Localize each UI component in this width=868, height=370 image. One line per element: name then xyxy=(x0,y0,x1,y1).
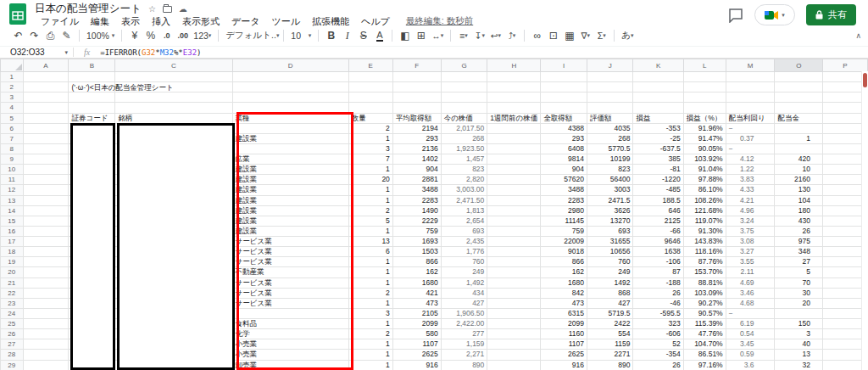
cell[interactable] xyxy=(392,82,441,92)
cell[interactable]: 3.75 xyxy=(726,226,775,236)
cell[interactable]: 104 xyxy=(775,195,823,205)
cell[interactable]: 1638 xyxy=(633,247,683,257)
cell[interactable] xyxy=(633,92,683,103)
cell[interactable]: 91.04% xyxy=(683,165,726,175)
cell[interactable]: -637.5 xyxy=(633,143,683,154)
cell[interactable] xyxy=(487,72,541,82)
cell[interactable]: 180 xyxy=(775,205,823,216)
cell[interactable]: -353 xyxy=(633,123,683,133)
cell[interactable]: 1,776 xyxy=(441,247,487,257)
cell[interactable]: 1 xyxy=(348,165,392,175)
cell[interactable]: 10656 xyxy=(587,247,632,257)
functions-button[interactable]: Σ▾ xyxy=(593,28,609,44)
italic-icon[interactable]: I xyxy=(339,28,355,44)
cell[interactable] xyxy=(23,165,69,175)
column-header-p[interactable]: P xyxy=(823,59,868,72)
row-header[interactable]: 12 xyxy=(1,185,24,195)
cell[interactable]: 1 xyxy=(348,278,392,288)
cell[interactable] xyxy=(23,175,69,185)
name-box[interactable]: O32:O33 ▾ xyxy=(0,48,73,57)
cell[interactable]: 26 xyxy=(633,288,683,298)
cell[interactable] xyxy=(23,247,69,257)
cell[interactable]: 食料品 xyxy=(232,319,348,329)
cell[interactable]: 2160 xyxy=(775,175,823,185)
cell[interactable]: 249 xyxy=(441,267,487,278)
doc-title[interactable]: 日本の配当管理シート xyxy=(35,2,142,16)
cell[interactable]: 473 xyxy=(541,298,587,308)
cell[interactable]: 2881 xyxy=(392,175,441,185)
cell[interactable]: 90.05% xyxy=(683,143,726,154)
cell[interactable]: サービス業 xyxy=(232,237,348,247)
cell[interactable]: 1680 xyxy=(541,278,587,288)
vertical-scrollbar[interactable] xyxy=(861,71,868,370)
cell[interactable]: 11145 xyxy=(541,216,587,226)
cell[interactable]: 建設業 xyxy=(232,226,348,236)
cell[interactable]: 1,457 xyxy=(441,154,487,165)
formula-input[interactable]: =IFERROR(G32*M32%*E32) xyxy=(100,48,201,57)
font-size-select[interactable]: 10▾ xyxy=(288,28,314,44)
paint-format-icon[interactable]: ✎ xyxy=(58,28,75,44)
cell[interactable] xyxy=(115,103,232,113)
cell[interactable]: 5 xyxy=(775,267,823,278)
cell[interactable]: 693 xyxy=(587,226,632,236)
cell[interactable]: 6.19 xyxy=(726,319,775,329)
column-header-h[interactable]: H xyxy=(487,59,541,72)
row-header[interactable]: 17 xyxy=(1,237,24,247)
cell[interactable]: 87 xyxy=(633,267,683,278)
cell[interactable]: − xyxy=(726,123,775,133)
cell[interactable]: 3488 xyxy=(392,185,441,195)
cell[interactable]: 104.70% xyxy=(683,339,726,350)
cell[interactable] xyxy=(541,92,587,103)
insert-comment-icon[interactable]: ⊡ xyxy=(545,28,561,44)
cell[interactable] xyxy=(775,103,823,113)
cell[interactable]: 47.76% xyxy=(683,329,726,339)
bold-icon[interactable]: B xyxy=(323,28,339,44)
cell[interactable]: 1 xyxy=(348,257,392,267)
cell[interactable] xyxy=(23,92,69,103)
cell[interactable] xyxy=(232,143,348,154)
menu-item[interactable]: ファイル xyxy=(35,15,85,28)
last-edit-status[interactable]: 最終編集: 数秒前 xyxy=(406,15,473,27)
cell[interactable]: -595.5 xyxy=(633,308,683,318)
cell[interactable]: 建設業 xyxy=(232,216,348,226)
cell[interactable]: 3.6 xyxy=(726,360,775,370)
column-title-cell[interactable]: 配当利回り xyxy=(726,113,775,123)
text-color-icon[interactable]: A xyxy=(371,28,387,44)
cell[interactable]: 293 xyxy=(392,133,441,143)
cell[interactable]: 6408 xyxy=(541,143,587,154)
cell[interactable]: 119.07% xyxy=(683,216,726,226)
cell[interactable] xyxy=(487,288,541,298)
cell[interactable]: 3003 xyxy=(587,185,632,195)
cell[interactable]: 2,654 xyxy=(441,216,487,226)
cell[interactable]: 554 xyxy=(587,329,632,339)
cell[interactable] xyxy=(23,195,69,205)
cell[interactable]: 鉱業 xyxy=(232,154,348,165)
cell[interactable] xyxy=(633,103,683,113)
cell[interactable]: 4.96 xyxy=(726,205,775,216)
cell[interactable]: 1 xyxy=(348,133,392,143)
cell[interactable]: 13 xyxy=(348,237,392,247)
column-title-cell[interactable]: 1週間前の株価 xyxy=(487,113,541,123)
menu-item[interactable]: 挿入 xyxy=(146,15,176,28)
cell[interactable]: 5719.5 xyxy=(587,308,632,318)
cell[interactable]: 420 xyxy=(775,154,823,165)
cell[interactable]: 760 xyxy=(441,257,487,267)
decrease-decimal-icon[interactable]: .0 xyxy=(159,28,175,44)
cell[interactable] xyxy=(348,103,392,113)
cell[interactable] xyxy=(348,92,392,103)
cell[interactable]: 427 xyxy=(441,298,487,308)
row-header[interactable]: 28 xyxy=(1,350,24,360)
cell[interactable] xyxy=(441,82,487,92)
cell[interactable]: -188 xyxy=(633,278,683,288)
cell[interactable]: 90.57% xyxy=(683,308,726,318)
cell[interactable] xyxy=(23,360,69,370)
cell[interactable]: 建設業 xyxy=(232,175,348,185)
select-all-corner[interactable] xyxy=(1,59,24,72)
cell[interactable] xyxy=(23,216,69,226)
cell[interactable]: 823 xyxy=(441,165,487,175)
column-header-b[interactable]: B xyxy=(69,59,115,72)
column-header-l[interactable]: L xyxy=(683,59,726,72)
cell[interactable]: 1490 xyxy=(392,205,441,216)
cell[interactable] xyxy=(487,165,541,175)
cell[interactable] xyxy=(441,92,487,103)
